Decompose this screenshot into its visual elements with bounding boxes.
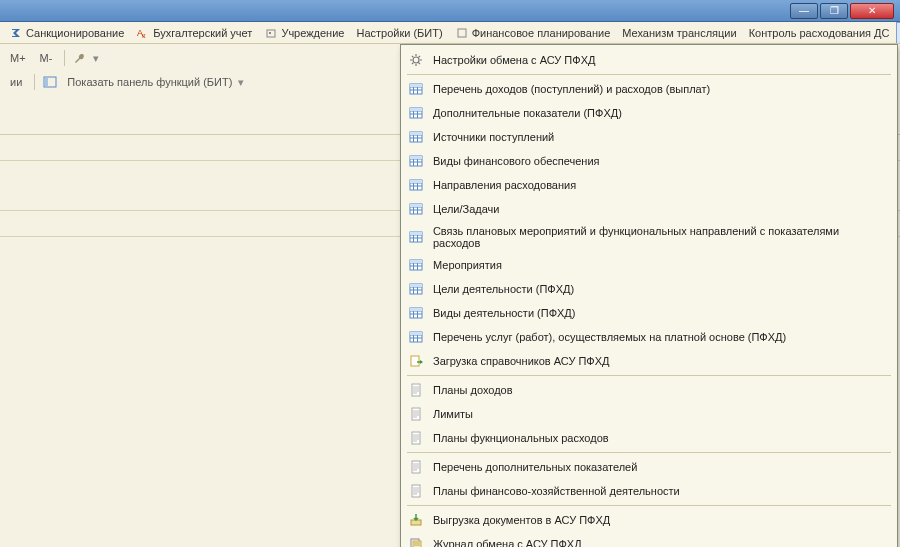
table-icon — [407, 229, 425, 245]
svg-rect-103 — [413, 541, 421, 547]
fn-panel-button[interactable]: ии — [6, 74, 26, 90]
svg-rect-73 — [410, 332, 422, 335]
ledger-icon: Ак — [136, 26, 150, 40]
menu-institution[interactable]: Учреждение — [259, 22, 349, 43]
building-icon — [264, 26, 278, 40]
import-icon — [407, 353, 425, 369]
dropdown-item[interactable]: Виды финансового обеспечения — [403, 149, 895, 173]
doc-icon — [455, 26, 469, 40]
dropdown-item[interactable]: Журнал обмена с АСУ ПФХД — [403, 532, 895, 547]
dropdown-item-label: Планы фукнциональных расходов — [433, 432, 609, 444]
menu-sanction[interactable]: Санкционирование — [4, 22, 129, 43]
sigma-icon — [9, 26, 23, 40]
show-panel-button[interactable]: Показать панель функций (БИТ) ▾ — [63, 74, 248, 91]
svg-rect-81 — [412, 408, 420, 420]
dropdown-item-label: Журнал обмена с АСУ ПФХД — [433, 538, 582, 547]
svg-point-7 — [413, 57, 419, 63]
dropdown-item-label: Виды финансового обеспечения — [433, 155, 600, 167]
show-panel-label: Показать панель функций (БИТ) — [67, 76, 232, 88]
dropdown-item-label: Загрузка справочников АСУ ПФХД — [433, 355, 610, 367]
menu-mech-transl[interactable]: Механизм трансляции — [617, 22, 741, 43]
dropdown-item[interactable]: Загрузка справочников АСУ ПФХД — [403, 349, 895, 373]
menu-label: Механизм трансляции — [622, 27, 736, 39]
dropdown-item[interactable]: Направления расходования — [403, 173, 895, 197]
table-icon — [407, 281, 425, 297]
dropdown-item[interactable]: Планы фукнциональных расходов — [403, 426, 895, 450]
svg-rect-43 — [410, 204, 422, 207]
svg-rect-37 — [410, 180, 422, 183]
dropdown-separator — [407, 74, 891, 75]
dropdown-item[interactable]: Виды деятельности (ПФХД) — [403, 301, 895, 325]
table-icon — [407, 177, 425, 193]
gear-icon — [407, 52, 425, 68]
dropdown-item-label: Перечень дополнительных показателей — [433, 461, 637, 473]
doc-icon — [407, 459, 425, 475]
svg-rect-76 — [412, 384, 420, 396]
table-icon — [407, 329, 425, 345]
export-icon — [407, 512, 425, 528]
doc-icon — [407, 430, 425, 446]
dropdown-item-label: Дополнительные показатели (ПФХД) — [433, 107, 622, 119]
dropdown-separator — [407, 505, 891, 506]
dropdown-item[interactable]: Лимиты — [403, 402, 895, 426]
table-icon — [407, 305, 425, 321]
menu-label: Бухгалтерский учет — [153, 27, 252, 39]
m-minus-button[interactable]: M- — [36, 50, 57, 66]
dropdown-item-label: Связь плановых мероприятий и функциональ… — [433, 225, 887, 249]
dropdown-item[interactable]: Источники поступлений — [403, 125, 895, 149]
toolbar-label: ии — [10, 76, 22, 88]
svg-rect-25 — [410, 132, 422, 135]
table-icon — [407, 81, 425, 97]
m-plus-button[interactable]: M+ — [6, 50, 30, 66]
dropdown-item[interactable]: Перечень услуг (работ), осуществляемых н… — [403, 325, 895, 349]
menu-control-dc[interactable]: Контроль расходования ДС — [744, 22, 895, 43]
svg-rect-3 — [269, 32, 271, 34]
svg-rect-61 — [410, 284, 422, 287]
menu-label: Контроль расходования ДС — [749, 27, 890, 39]
svg-rect-86 — [412, 432, 420, 444]
dropdown-item-label: Лимиты — [433, 408, 473, 420]
svg-rect-19 — [410, 108, 422, 111]
dropdown-item-label: Источники поступлений — [433, 131, 554, 143]
journal-icon — [407, 536, 425, 547]
table-icon — [407, 201, 425, 217]
main-menubar: Санкционирование Ак Бухгалтерский учет У… — [0, 22, 900, 44]
menu-fin-plan[interactable]: Финансовое планирование — [450, 22, 616, 43]
dropdown-item[interactable]: Цели/Задачи — [403, 197, 895, 221]
svg-rect-49 — [410, 232, 422, 235]
svg-rect-67 — [410, 308, 422, 311]
menu-asu-pfhd[interactable]: АСУ ПФХД — [896, 22, 900, 43]
svg-rect-31 — [410, 156, 422, 159]
svg-rect-74 — [411, 356, 419, 366]
dropdown-item[interactable]: Перечень доходов (поступлений) и расходо… — [403, 77, 895, 101]
dropdown-item-label: Направления расходования — [433, 179, 576, 191]
asu-pfhd-dropdown: Настройки обмена с АСУ ПФХДПеречень дохо… — [400, 44, 898, 547]
dropdown-item[interactable]: Перечень дополнительных показателей — [403, 455, 895, 479]
dropdown-item[interactable]: Цели деятельности (ПФХД) — [403, 277, 895, 301]
toolbar-divider — [34, 74, 35, 90]
svg-text:к: к — [142, 31, 146, 39]
wrench-icon[interactable] — [73, 51, 87, 65]
dropdown-item[interactable]: Мероприятия — [403, 253, 895, 277]
table-icon — [407, 129, 425, 145]
close-button[interactable]: ✕ — [850, 3, 894, 19]
table-icon — [407, 257, 425, 273]
dropdown-item[interactable]: Связь плановых мероприятий и функциональ… — [403, 221, 895, 253]
svg-rect-4 — [458, 29, 466, 37]
dropdown-item[interactable]: Планы финансово-хозяйственной деятельнос… — [403, 479, 895, 503]
dropdown-item-label: Выгрузка документов в АСУ ПФХД — [433, 514, 610, 526]
maximize-button[interactable]: ❐ — [820, 3, 848, 19]
dropdown-item-label: Перечень услуг (работ), осуществляемых н… — [433, 331, 786, 343]
dropdown-item-label: Планы финансово-хозяйственной деятельнос… — [433, 485, 680, 497]
dropdown-item[interactable]: Дополнительные показатели (ПФХД) — [403, 101, 895, 125]
panel-icon — [43, 75, 57, 89]
menu-accounting[interactable]: Ак Бухгалтерский учет — [131, 22, 257, 43]
doc-icon — [407, 382, 425, 398]
svg-rect-96 — [412, 485, 420, 497]
dropdown-item[interactable]: Выгрузка документов в АСУ ПФХД — [403, 508, 895, 532]
minimize-button[interactable]: — — [790, 3, 818, 19]
dropdown-item[interactable]: Настройки обмена с АСУ ПФХД — [403, 48, 895, 72]
dropdown-item-label: Настройки обмена с АСУ ПФХД — [433, 54, 595, 66]
dropdown-item[interactable]: Планы доходов — [403, 378, 895, 402]
menu-settings-bit[interactable]: Настройки (БИТ) — [351, 22, 447, 43]
